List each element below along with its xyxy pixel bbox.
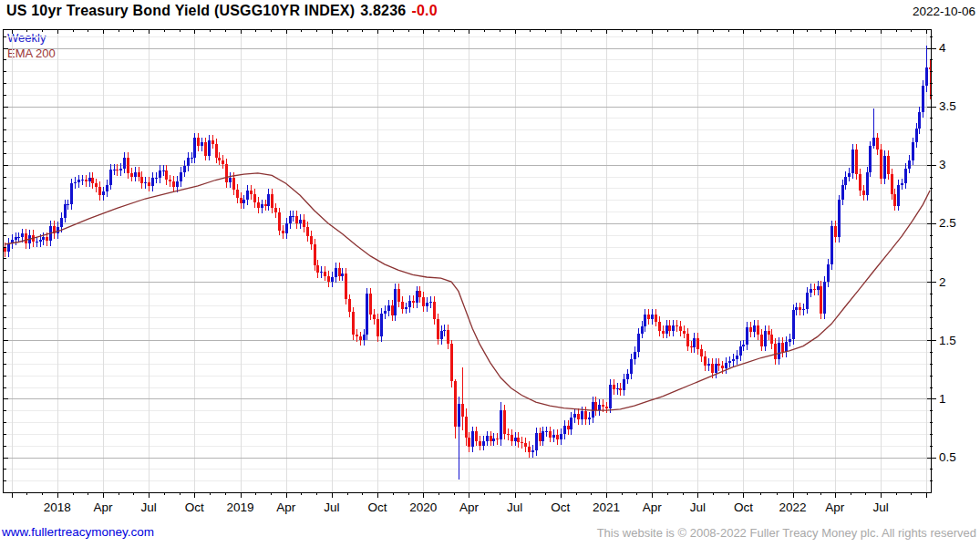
candle-up — [581, 411, 583, 419]
candle-down — [4, 248, 6, 252]
candle-up — [739, 346, 742, 356]
candle-down — [401, 302, 404, 309]
candle-up — [162, 170, 165, 171]
candle-up — [725, 363, 727, 368]
candle-up — [119, 169, 122, 171]
candle-up — [827, 264, 830, 282]
candle-up — [458, 404, 460, 428]
candle-up — [665, 325, 668, 334]
candle-up — [573, 414, 576, 418]
candle-down — [222, 160, 224, 164]
y-tick-label: 1.5 — [939, 334, 956, 347]
candle-down — [282, 231, 284, 234]
candle-up — [242, 200, 245, 203]
x-tick-label: 2019 — [227, 501, 254, 514]
candle-down — [893, 194, 896, 206]
y-tick-label: 3 — [939, 158, 946, 171]
x-tick-label: 2022 — [779, 501, 807, 514]
candle-up — [74, 182, 77, 183]
candle-down — [668, 325, 671, 331]
candle-down — [781, 343, 784, 352]
candle-up — [817, 286, 820, 290]
candle-up — [67, 204, 69, 205]
candle-down — [165, 170, 168, 180]
candle-up — [838, 200, 841, 237]
candle-down — [306, 227, 309, 236]
candle-up — [320, 272, 323, 273]
candle-up — [102, 191, 105, 195]
candle-up — [289, 216, 292, 223]
candle-up — [366, 294, 368, 335]
candle-up — [429, 302, 432, 303]
candle-down — [717, 364, 720, 366]
candle-down — [676, 325, 678, 326]
candle-down — [274, 208, 277, 212]
candle-down — [356, 335, 358, 337]
candle-up — [644, 315, 646, 326]
candle-up — [7, 243, 10, 252]
candle-up — [872, 138, 875, 146]
candle-down — [215, 144, 218, 158]
major-gridlines — [3, 49, 932, 459]
candle-up — [742, 345, 745, 346]
candle-up — [155, 178, 158, 179]
candle-up — [70, 183, 73, 204]
x-tick-label: Jul — [872, 501, 888, 514]
candle-down — [437, 319, 439, 339]
candle-down — [686, 334, 689, 346]
candle-down — [662, 331, 665, 334]
candle-down — [253, 194, 256, 202]
candle-up — [123, 158, 126, 169]
candle-up — [912, 142, 914, 160]
candle-down — [447, 330, 449, 344]
candle-down — [859, 174, 861, 191]
candle-down — [264, 204, 267, 205]
candle-up — [176, 181, 179, 187]
candle-down — [475, 431, 478, 440]
candle-down — [605, 407, 608, 408]
candle-up — [380, 314, 383, 337]
x-tick-label: Oct — [551, 501, 570, 514]
candle-up — [672, 325, 675, 331]
candle-down — [218, 158, 221, 160]
candle-up — [229, 178, 232, 182]
candle-up — [292, 216, 294, 217]
candle-up — [651, 315, 654, 319]
candle-down — [127, 158, 129, 173]
y-tick-label: 0.5 — [939, 450, 956, 464]
candlesticks — [4, 46, 932, 480]
candle-up — [844, 177, 847, 185]
candle-up — [408, 301, 411, 308]
candle-down — [138, 172, 140, 177]
candle-up — [630, 359, 633, 375]
x-tick-label: 2018 — [44, 501, 71, 514]
minor-gridlines — [3, 37, 932, 481]
candle-up — [616, 388, 619, 389]
candle-up — [925, 67, 928, 85]
x-tick-label: Apr — [276, 501, 296, 514]
candle-down — [240, 198, 242, 203]
candle-down — [760, 335, 763, 346]
candle-up — [908, 160, 911, 169]
candle-down — [613, 385, 615, 389]
candle-up — [183, 166, 186, 171]
candle-down — [295, 216, 298, 223]
candle-up — [897, 185, 900, 206]
candlestick-chart: 0.511.522.533.542018AprJulOct2019AprJulO… — [0, 0, 980, 547]
candle-up — [609, 385, 612, 408]
candle-down — [496, 439, 499, 439]
candle-up — [299, 220, 302, 223]
candle-up — [21, 233, 24, 237]
candle-up — [552, 435, 555, 438]
candle-down — [479, 441, 481, 446]
candle-up — [88, 178, 91, 181]
candle-down — [310, 236, 313, 244]
candle-up — [785, 342, 788, 353]
candle-up — [922, 86, 924, 113]
candle-down — [721, 366, 724, 368]
candle-down — [490, 436, 492, 440]
candle-up — [191, 158, 193, 159]
website-link[interactable]: www.fullertreacymoney.com — [2, 525, 154, 539]
candle-down — [46, 237, 48, 241]
candle-up — [588, 418, 591, 420]
